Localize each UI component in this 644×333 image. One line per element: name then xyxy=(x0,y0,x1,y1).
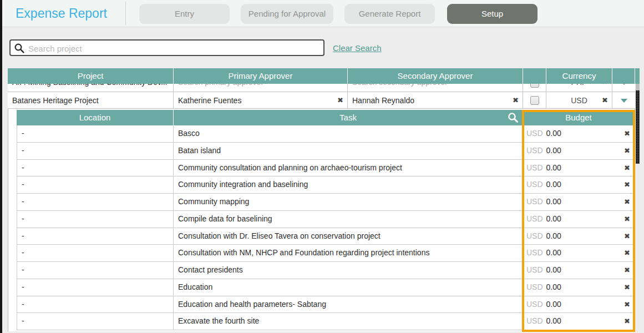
clear-currency-icon[interactable]: ✖ xyxy=(602,84,608,90)
location-value: - xyxy=(17,313,173,330)
tasks-subtable-header: Location Task Budget xyxy=(17,110,634,125)
location-value: - xyxy=(17,211,173,228)
clear-budget-icon[interactable]: ✖ xyxy=(624,296,630,313)
task-name: Excavate the fourth site xyxy=(174,313,523,330)
window-edge xyxy=(0,0,2,333)
clear-budget-icon[interactable]: ✖ xyxy=(624,194,630,210)
budget-amount-field[interactable]: 0.00 xyxy=(546,146,561,155)
title-divider xyxy=(125,2,126,25)
secondary-approver-field[interactable]: Hannah Reynaldo xyxy=(348,92,523,108)
budget-amount-field[interactable]: 0.00 xyxy=(546,265,561,274)
clear-budget-icon[interactable]: ✖ xyxy=(624,262,630,279)
clear-budget-icon[interactable]: ✖ xyxy=(624,279,630,296)
row-checkbox[interactable] xyxy=(530,84,539,88)
budget-amount-field[interactable]: 0.00 xyxy=(546,180,561,189)
project-name: Batanes Heritage Project xyxy=(8,92,173,108)
budget-amount-field[interactable]: 0.00 xyxy=(546,300,561,309)
budget-currency-label: USD xyxy=(526,316,543,325)
col-header-secondary-approver: Secondary Approver xyxy=(348,68,523,84)
clear-currency-icon[interactable]: ✖ xyxy=(602,92,608,108)
budget-amount-field[interactable]: 0.00 xyxy=(546,248,561,257)
budget-currency-label: USD xyxy=(526,214,543,223)
location-value: - xyxy=(17,125,173,142)
col-header-expand xyxy=(612,68,635,84)
row-checkbox[interactable] xyxy=(530,96,539,105)
primary-approver-field[interactable]: Search primary approver xyxy=(174,84,347,90)
task-row: - Community mapping USD0.00 ✖ xyxy=(17,194,634,211)
budget-currency-label: USD xyxy=(526,129,543,138)
task-name: Consultation with Dr. Eliseo Tavera on c… xyxy=(174,228,523,245)
budget-currency-label: USD xyxy=(526,300,543,309)
secondary-approver-field[interactable]: Search secondary approver xyxy=(348,84,523,90)
table-row: Batanes Heritage Project Katherine Fuent… xyxy=(8,92,635,109)
location-value: - xyxy=(17,194,173,210)
table-row: A.P. Mining Baselining and Community Dev… xyxy=(8,84,635,92)
tasks-subtable: Location Task Budget - xyxy=(17,110,634,330)
clear-budget-icon[interactable]: ✖ xyxy=(624,245,630,261)
project-search-box xyxy=(9,39,324,56)
budget-currency-label: USD xyxy=(526,248,543,257)
search-input[interactable] xyxy=(27,41,318,56)
col-header-location: Location xyxy=(17,110,174,125)
tab-setup[interactable]: Setup xyxy=(447,4,537,24)
col-header-checkbox xyxy=(523,68,546,84)
budget-currency-label: USD xyxy=(526,146,543,155)
col-header-budget: Budget xyxy=(523,110,634,125)
col-header-project: Project xyxy=(8,68,174,84)
task-name: Education and health parameters- Sabtang xyxy=(174,296,523,313)
task-name: Community consultation and planning on a… xyxy=(174,160,523,176)
budget-currency-label: USD xyxy=(526,282,543,291)
location-value: - xyxy=(17,160,173,176)
clear-budget-icon[interactable]: ✖ xyxy=(624,125,630,142)
budget-amount-field[interactable]: 0.00 xyxy=(546,316,561,325)
task-row: - Consultation with Dr. Eliseo Tavera on… xyxy=(17,228,634,245)
task-row: - Compile data for baselining USD0.00 ✖ xyxy=(17,211,634,228)
clear-budget-icon[interactable]: ✖ xyxy=(624,313,630,330)
budget-amount-field[interactable]: 0.00 xyxy=(546,282,561,291)
budget-amount-field[interactable]: 0.00 xyxy=(546,214,561,223)
location-value: - xyxy=(17,296,173,313)
tab-pending-for-approval[interactable]: Pending for Approval xyxy=(241,4,333,24)
task-row: - Education and health parameters- Sabta… xyxy=(17,296,634,314)
clear-primary-approver-icon[interactable]: ✖ xyxy=(337,92,343,108)
budget-amount-field[interactable]: 0.00 xyxy=(546,197,561,206)
task-row: - Education USD0.00 ✖ xyxy=(17,279,634,296)
expand-row-icon[interactable] xyxy=(621,84,627,85)
col-header-task: Task xyxy=(339,113,357,122)
location-value: - xyxy=(17,245,173,261)
budget-amount-field[interactable]: 0.00 xyxy=(546,163,561,172)
project-name: A.P. Mining Baselining and Community Dev… xyxy=(8,84,173,90)
clear-budget-icon[interactable]: ✖ xyxy=(624,211,630,228)
task-row: - Excavate the fourth site USD0.00 ✖ xyxy=(17,313,634,330)
task-name: Community integration and baselining xyxy=(174,176,523,193)
budget-currency-label: USD xyxy=(526,231,543,240)
budget-currency-label: USD xyxy=(526,197,543,206)
clear-search-link[interactable]: Clear Search xyxy=(333,43,382,53)
task-name: Compile data for baselining xyxy=(174,211,523,228)
primary-approver-field[interactable]: Katherine Fuentes xyxy=(174,92,347,108)
search-icon xyxy=(14,43,25,56)
location-value: - xyxy=(17,143,173,159)
task-name: Education xyxy=(174,279,523,296)
budget-amount-field[interactable]: 0.00 xyxy=(546,129,561,138)
clear-budget-icon[interactable]: ✖ xyxy=(624,160,630,176)
tab-entry[interactable]: Entry xyxy=(139,4,230,24)
projects-table-header: Project Primary Approver Secondary Appro… xyxy=(8,68,640,84)
clear-secondary-approver-icon[interactable]: ✖ xyxy=(513,92,519,108)
budget-currency-label: USD xyxy=(526,265,543,274)
task-name: Batan island xyxy=(174,143,523,159)
clear-budget-icon[interactable]: ✖ xyxy=(624,143,630,159)
task-row: - Consultation with NM, NHCP and Foundat… xyxy=(17,245,634,262)
scrollbar-thumb[interactable] xyxy=(636,90,640,164)
clear-budget-icon[interactable]: ✖ xyxy=(624,176,630,193)
task-row: - Community consultation and planning on… xyxy=(17,160,634,177)
page-title: Expense Report xyxy=(16,0,107,27)
budget-currency-label: USD xyxy=(526,180,543,189)
clear-budget-icon[interactable]: ✖ xyxy=(624,228,630,245)
task-name: Contact presidents xyxy=(174,262,523,279)
task-row: - Basco USD0.00 ✖ xyxy=(17,125,634,143)
budget-amount-field[interactable]: 0.00 xyxy=(546,231,561,240)
tab-generate-report[interactable]: Generate Report xyxy=(344,4,435,24)
collapse-row-icon[interactable] xyxy=(621,99,627,103)
scrollbar-track[interactable] xyxy=(636,84,640,90)
